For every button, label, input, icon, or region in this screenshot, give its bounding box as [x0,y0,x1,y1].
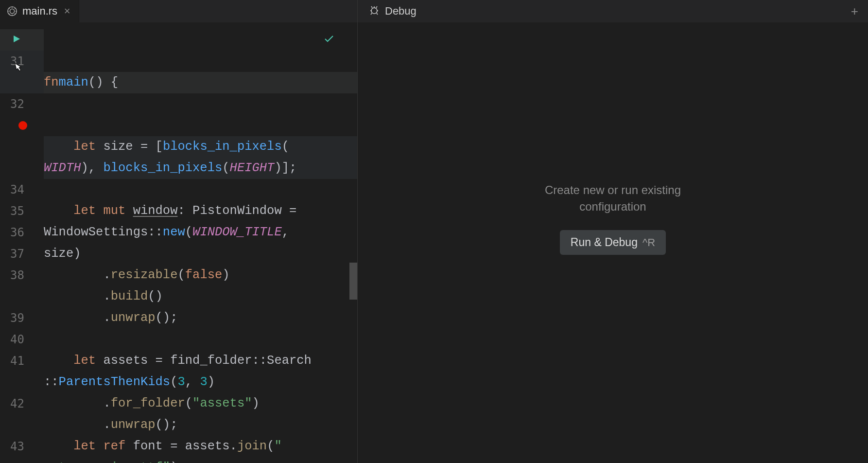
code-line[interactable]: let mut window: PistonWindow = [44,200,357,222]
line-number[interactable]: 43 [0,436,44,457]
debug-tab-label: Debug [385,5,417,18]
run-and-debug-button[interactable]: Run & Debug ^R [560,230,666,255]
line-number[interactable] [0,286,44,307]
debug-pane: Debug + Create new or run existing confi… [357,0,868,463]
tab-main-rs[interactable]: main.rs × [0,0,79,22]
editor-pane: main.rs × 313234353637383940414243 fn ma… [0,0,357,463]
code-area[interactable]: fn main() { let size = [blocks_in_pixels… [44,22,357,463]
code-line[interactable]: .build() [44,286,357,307]
code-line[interactable]: WIDTH), blocks_in_pixels(HEIGHT)]; [44,158,357,179]
code-line[interactable]: ::ParentsThenKids(3, 3) [44,372,357,393]
code-line[interactable]: .for_folder("assets") [44,393,357,414]
line-number[interactable]: 32 [0,93,44,115]
run-icon[interactable] [12,29,21,51]
code-line[interactable]: let assets = find_folder::Search [44,350,357,372]
fn-signature-row: fn main() { [44,72,357,93]
line-number[interactable]: 37 [0,243,44,265]
tab-filename: main.rs [22,5,57,18]
code-line[interactable]: .unwrap(); [44,307,357,329]
line-number[interactable]: 42 [0,393,44,414]
rust-file-icon [7,6,17,17]
svg-point-2 [371,8,377,14]
line-number[interactable] [0,115,44,136]
line-number[interactable]: 41 [0,350,44,372]
editor-tab-bar: main.rs × [0,0,357,22]
gutter[interactable]: 313234353637383940414243 [0,22,44,463]
svg-point-1 [10,9,14,13]
line-number[interactable] [0,158,44,179]
line-number[interactable] [0,414,44,436]
add-configuration-button[interactable]: + [847,4,862,19]
gutter-run-marker[interactable] [0,29,44,51]
code-line[interactable]: WindowSettings::new(WINDOW_TITLE, [44,222,357,243]
line-number[interactable]: 38 [0,265,44,286]
line-number[interactable]: 36 [0,222,44,243]
debug-empty-state: Create new or run existing configuration… [358,22,868,463]
code-line[interactable]: retro-gaming.ttf"); [44,457,357,463]
code-line[interactable]: let ref font = assets.join(" [44,436,357,457]
line-number[interactable] [0,136,44,158]
tab-debug[interactable]: Debug [364,0,421,22]
line-number[interactable]: 34 [0,179,44,200]
editor-body: 313234353637383940414243 fn main() { let… [0,22,357,463]
debug-empty-message: Create new or run existing configuration [545,182,681,214]
close-icon[interactable]: × [62,5,72,18]
code-line[interactable] [44,179,357,200]
breakpoint-icon[interactable] [18,121,27,130]
debug-tab-bar: Debug + [358,0,868,22]
bug-icon [368,4,380,18]
code-line[interactable]: .unwrap(); [44,414,357,436]
code-line[interactable]: .resizable(false) [44,265,357,286]
line-number[interactable]: 40 [0,329,44,350]
shortcut-hint: ^R [642,236,655,249]
line-number[interactable]: 39 [0,307,44,329]
code-line[interactable]: let size = [blocks_in_pixels( [44,136,357,158]
code-line[interactable] [44,329,357,350]
code-line[interactable]: size) [44,243,357,265]
line-number[interactable]: 35 [0,200,44,222]
line-number[interactable] [0,372,44,393]
